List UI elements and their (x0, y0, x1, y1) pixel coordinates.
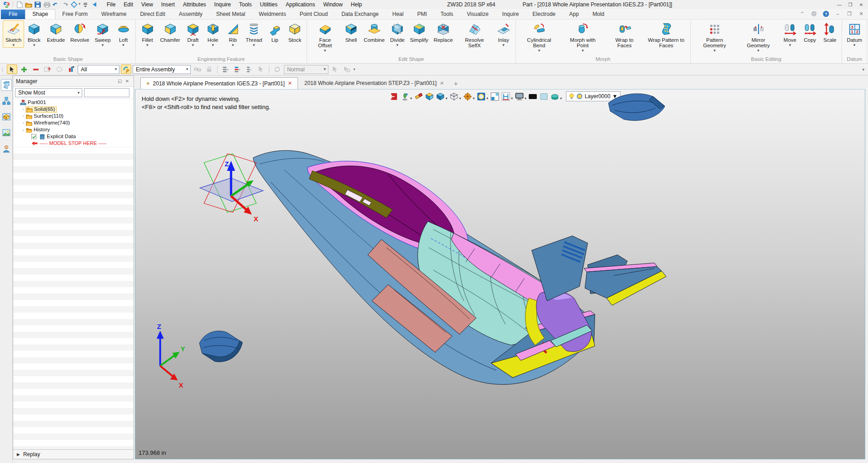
tree-row[interactable]: Part001 (13, 99, 134, 106)
mode-combo[interactable]: Normal▼ (284, 65, 328, 74)
thread-button[interactable]: Thread▼ (243, 20, 265, 48)
tree-expander-icon[interactable]: › (21, 106, 25, 113)
redo-icon[interactable] (61, 1, 69, 8)
move-button[interactable]: Move▼ (780, 20, 800, 48)
ribbon-tab-tools[interactable]: Tools (434, 10, 460, 19)
replay-bar[interactable]: ▶ Replay (13, 449, 134, 459)
lasso-select-icon[interactable] (54, 65, 64, 74)
tree-row[interactable]: Explicit Data (13, 133, 134, 140)
divide-button[interactable]: Divide▼ (387, 20, 407, 48)
minimize-doc-icon[interactable]: – (833, 10, 842, 17)
new-file-icon[interactable] (15, 1, 24, 8)
pick-list-b-icon[interactable] (232, 65, 243, 74)
menu-attributes[interactable]: Attributes (179, 1, 210, 8)
app-logo-icon[interactable] (2, 1, 10, 8)
ribbon-tab-point-cloud[interactable]: Point Cloud (293, 10, 335, 19)
reset-filter-icon[interactable] (272, 65, 283, 74)
scope-combo[interactable]: Entire Assembly▼ (133, 65, 191, 74)
wrap-to-faces-button[interactable]: Wrap to Faces (605, 20, 644, 49)
fillet-button[interactable]: Fillet▼ (138, 20, 158, 48)
inlay-button[interactable]: Inlay▼ (494, 20, 514, 48)
tree-filter-combo[interactable]: Show Most▼ (15, 88, 82, 97)
close-doc-icon[interactable]: ✕ (857, 10, 865, 17)
lip-button[interactable]: Lip (265, 20, 285, 43)
pick-cursor-icon[interactable] (330, 65, 340, 74)
tab-close-icon[interactable]: ✕ (440, 80, 444, 86)
filter-colors-icon[interactable] (66, 65, 76, 74)
role-tab[interactable] (1, 143, 12, 154)
resolve-selfx-button[interactable]: Resolve SelfX (456, 20, 494, 49)
menu-tools[interactable]: Tools (235, 1, 256, 8)
ribbon-tab-visualize[interactable]: Visualize (460, 10, 496, 19)
menu-insert[interactable]: Insert (157, 1, 179, 8)
restore-icon[interactable]: ❐ (845, 1, 855, 8)
ribbon-tab-inquire[interactable]: Inquire (496, 10, 526, 19)
stock-button[interactable]: Stock (285, 20, 305, 43)
tree-expander-icon[interactable]: ⌄ (21, 126, 25, 133)
ribbon-tab-wireframe[interactable]: Wireframe (94, 10, 133, 19)
shell-button[interactable]: Shell (341, 20, 361, 43)
close-panel-icon[interactable]: ✕ (124, 78, 131, 85)
menu-help[interactable]: Help (347, 1, 366, 8)
ribbon-tab-heal[interactable]: Heal (386, 10, 411, 19)
chain-link-icon[interactable] (192, 65, 203, 74)
add-entity-icon[interactable] (19, 65, 29, 74)
ribbon-tab-electrode[interactable]: Electrode (526, 10, 562, 19)
tree-row[interactable]: ⌄History (13, 126, 134, 133)
quick-options-icon[interactable] (81, 1, 89, 8)
viewport[interactable]: Hold down <F2> for dynamic viewing. <F8>… (135, 89, 865, 459)
collapse-ribbon-icon[interactable]: ⌃ (798, 10, 806, 17)
ribbon-tab-free-form[interactable]: Free Form (55, 10, 94, 19)
ribbon-tab-assembly[interactable]: Assembly (172, 10, 209, 19)
document-tab-2[interactable]: 2018 Whole Airplane Presentation STEP.Z3… (299, 77, 450, 89)
loft-button[interactable]: Loft▼ (114, 20, 134, 48)
select-window-icon[interactable] (42, 65, 53, 74)
float-panel-icon[interactable]: ◱ (116, 78, 124, 85)
save-file-icon[interactable] (34, 1, 42, 8)
model-canvas[interactable]: Z X Z Y X (135, 90, 865, 459)
menu-edit[interactable]: Edit (119, 1, 137, 8)
tree-expander-icon[interactable]: › (21, 119, 25, 126)
document-tab-1[interactable]: +2018 Whole Airplane Presentation IGES.Z… (140, 77, 298, 89)
selection-filter-icon[interactable] (70, 1, 78, 8)
tab-pin-icon[interactable]: + (146, 80, 150, 87)
menu-inquire[interactable]: Inquire (210, 1, 235, 8)
visual-manager-tab[interactable] (1, 111, 12, 123)
open-file-icon[interactable] (25, 1, 33, 8)
ribbon-tab-pmi[interactable]: PMI (410, 10, 433, 19)
settings-gear-icon[interactable] (810, 10, 818, 17)
restore-doc-icon[interactable]: ❐ (845, 10, 853, 17)
help-icon[interactable]: ? (822, 10, 830, 17)
ribbon-tab-sheet-metal[interactable]: Sheet Metal (209, 10, 252, 19)
pick-scope-icon[interactable] (121, 65, 131, 74)
menu-applications[interactable]: Applications (282, 1, 319, 8)
minimize-icon[interactable]: — (834, 1, 844, 8)
toolbar-grip[interactable]: ⁞ (2, 67, 5, 72)
manager-tab[interactable] (1, 79, 12, 91)
ribbon-tab-weldments[interactable]: Weldments (252, 10, 293, 19)
pick-list-c-icon[interactable] (244, 65, 254, 74)
pick-search-icon[interactable] (342, 65, 352, 74)
draft-button[interactable]: Draft▼ (183, 20, 203, 48)
close-icon[interactable]: ✕ (856, 1, 866, 8)
copy-button[interactable]: Copy (800, 20, 820, 43)
pick-arrow-icon[interactable] (7, 65, 17, 74)
pick-all-cursor-icon[interactable] (256, 65, 266, 74)
tree-row[interactable]: ----- MODEL STOP HERE ----- (13, 140, 134, 147)
pick-list-a-icon[interactable] (220, 65, 231, 74)
hole-button[interactable]: Hole▼ (203, 20, 223, 48)
pattern-geometry-button[interactable]: Pattern Geometry▼ (693, 20, 737, 53)
ribbon-tab-shape[interactable]: Shape (25, 9, 55, 19)
undo-icon[interactable] (52, 1, 60, 8)
menu-view[interactable]: View (137, 1, 157, 8)
sweep-button[interactable]: Sweep▼ (92, 20, 113, 48)
combine-button[interactable]: Combine (361, 20, 387, 43)
revolve-button[interactable]: Revolve (68, 20, 92, 43)
tree-row[interactable]: ›Wireframe(740) (13, 119, 134, 126)
ribbon-tab-app[interactable]: App (562, 10, 585, 19)
rib-button[interactable]: Rib▼ (223, 20, 243, 48)
back-icon[interactable] (90, 1, 99, 8)
select-window-caret-icon[interactable]: ▾ (353, 67, 355, 71)
gallery-tab[interactable] (1, 127, 12, 139)
sketch-button[interactable]: Sketch▼ (3, 20, 24, 48)
